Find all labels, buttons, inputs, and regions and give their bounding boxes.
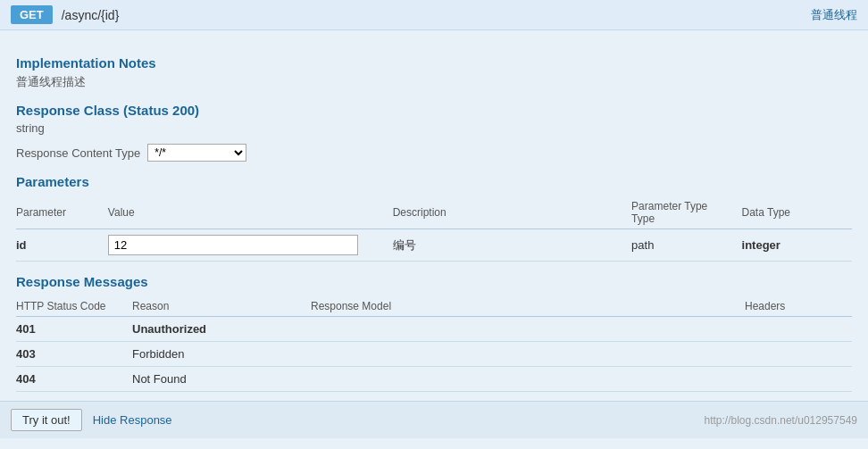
param-type: path: [631, 229, 741, 262]
hide-response-link[interactable]: Hide Response: [93, 413, 172, 427]
status-code-401: 401: [16, 317, 132, 342]
parameters-section: Parameters Parameter Value Description P…: [16, 174, 852, 262]
endpoint-path: /async/{id}: [62, 8, 120, 22]
response-class-type: string: [16, 121, 852, 135]
params-header-row: Parameter Value Description Parameter Ty…: [16, 196, 852, 229]
reason-403: Forbidden: [132, 342, 311, 367]
col-paramtype-header: Parameter Type Data Type Type: [631, 196, 741, 229]
headers-401: [745, 317, 852, 342]
implementation-section: Implementation Notes 普通线程描述: [16, 55, 852, 90]
param-value-input[interactable]: [108, 235, 358, 255]
param-name: id: [16, 229, 108, 262]
status-code-403: 403: [16, 342, 132, 367]
col-model-header: Response Model: [311, 296, 745, 317]
col-datatype-header: Data Type: [742, 196, 852, 229]
implementation-title: Implementation Notes: [16, 55, 852, 71]
col-description-header: Description: [393, 196, 631, 229]
headers-404: [745, 367, 852, 392]
param-row: id 编号 path integer: [16, 229, 852, 262]
watermark-text: http://blog.csdn.net/u012957549: [705, 414, 857, 427]
try-it-out-button[interactable]: Try it out!: [11, 409, 82, 431]
resp-row-404: 404 Not Found: [16, 367, 852, 392]
content-type-row: Response Content Type */* application/js…: [16, 144, 852, 162]
response-messages-title: Response Messages: [16, 274, 852, 289]
status-code-404: 404: [16, 367, 132, 392]
response-class-title: Response Class (Status 200): [16, 103, 852, 118]
response-class-section: Response Class (Status 200) string: [16, 103, 852, 135]
param-description: 编号: [393, 229, 631, 262]
col-value-header: Value: [108, 196, 393, 229]
parameters-title: Parameters: [16, 174, 852, 189]
reason-401: Unauthorized: [132, 317, 311, 342]
col-headers-header: Headers: [745, 296, 852, 317]
resp-row-403: 403 Forbidden: [16, 342, 852, 367]
content-type-label: Response Content Type: [16, 146, 140, 160]
http-method-badge: GET: [11, 5, 53, 24]
headers-403: [745, 342, 852, 367]
footer-bar: Try it out! Hide Response http://blog.cs…: [0, 401, 868, 438]
implementation-description: 普通线程描述: [16, 74, 852, 90]
content-type-select[interactable]: */* application/json application/xml: [147, 144, 246, 162]
col-httpstatus-header: HTTP Status Code: [16, 296, 132, 317]
header-bar: GET /async/{id} 普通线程: [0, 0, 868, 30]
response-messages-section: Response Messages HTTP Status Code Reaso…: [16, 274, 852, 392]
model-404: [311, 367, 745, 392]
header-tag: 普通线程: [811, 7, 857, 23]
footer-left: Try it out! Hide Response: [11, 409, 172, 431]
header-left: GET /async/{id}: [11, 5, 119, 24]
response-messages-table: HTTP Status Code Reason Response Model H…: [16, 296, 852, 392]
resp-row-401: 401 Unauthorized: [16, 317, 852, 342]
param-data-type: integer: [742, 229, 852, 262]
main-content: Implementation Notes 普通线程描述 Response Cla…: [0, 30, 868, 392]
reason-404: Not Found: [132, 367, 311, 392]
model-403: [311, 342, 745, 367]
resp-header-row: HTTP Status Code Reason Response Model H…: [16, 296, 852, 317]
col-reason-header: Reason: [132, 296, 311, 317]
parameters-table: Parameter Value Description Parameter Ty…: [16, 196, 852, 262]
model-401: [311, 317, 745, 342]
col-parameter-header: Parameter: [16, 196, 108, 229]
param-value-cell: [108, 229, 393, 262]
